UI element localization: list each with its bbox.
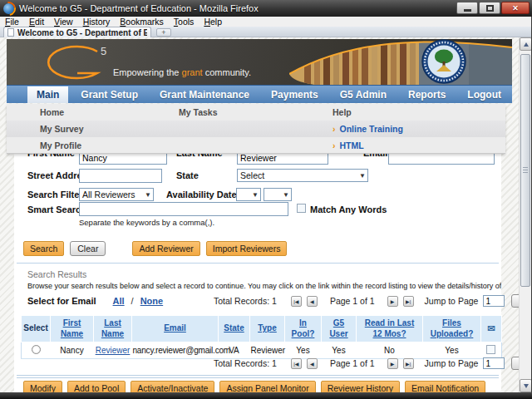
search-button[interactable]: Search [23,241,64,256]
menu-help[interactable]: Help [199,17,227,27]
menu-history[interactable]: History [78,17,116,27]
menu-item-my-tasks[interactable]: My Tasks [179,107,218,117]
jump-to-page-input[interactable] [483,357,505,369]
match-any-words-label: Match Any Words [310,204,387,214]
availability-month-select[interactable]: ▼ [236,188,261,201]
vertical-scrollbar[interactable] [519,37,531,392]
assign-panel-monitor-button[interactable]: Assign Panel Monitor [219,381,315,392]
link-arrow-icon: › [332,124,336,134]
nav-main[interactable]: Main [27,86,68,103]
new-tab-button[interactable]: + [156,28,171,37]
smart-search-input[interactable] [79,202,288,216]
svg-text:5: 5 [101,45,106,57]
minimize-button[interactable] [456,2,478,14]
scroll-down-button[interactable] [520,379,532,392]
col-read-12-mos[interactable]: Read in Last 12 Mos? [357,316,423,342]
availability-year-select[interactable]: ▼ [264,188,292,201]
nav-payments[interactable]: Payments [262,86,328,103]
col-state[interactable]: State [219,316,250,342]
reviewer-link[interactable]: Reviewer [96,346,131,355]
arrow-down-icon [524,384,529,388]
email-notification-button[interactable]: Email Notification [405,381,485,392]
search-filter-label: Search Filter [27,190,83,200]
page-indicator: Page 1 of 1 [330,358,375,368]
state-select[interactable]: Select▼ [237,169,368,182]
link-online-training[interactable]: Online Training [340,124,403,134]
first-page-button[interactable]: |◀ [291,358,302,369]
select-for-email-label: Select for Email [27,296,96,306]
previous-page-button[interactable]: ◀ [307,296,318,307]
chevron-down-icon: ▼ [283,191,289,199]
menu-item-my-profile[interactable]: My Profile [40,140,81,150]
col-type[interactable]: Type [250,316,285,342]
link-html[interactable]: HTML [340,140,364,150]
last-page-button[interactable]: ▶| [403,296,414,307]
menu-bookmarks[interactable]: Bookmarks [115,17,169,27]
search-filter-select[interactable]: All Reviewers▼ [79,188,154,201]
previous-page-button[interactable]: ◀ [307,358,318,369]
nav-grant-setup[interactable]: Grant Setup [71,86,147,103]
go-button[interactable]: Go [511,294,519,308]
col-last-name[interactable]: Last Name [94,316,132,342]
page-content: Home My Tasks Help My Survey ›Online Tra… [14,104,501,392]
select-all-link[interactable]: All [113,296,125,306]
window-controls [456,2,530,14]
col-g5-user[interactable]: G5 User [322,316,357,342]
select-none-link[interactable]: None [140,296,164,306]
reviewer-history-button[interactable]: Reviewer History [321,381,400,392]
first-page-button[interactable]: |◀ [291,296,302,307]
add-reviewer-button[interactable]: Add Reviewer [132,241,200,256]
nav-logout[interactable]: Logout [458,86,510,103]
modify-button[interactable]: Modify [23,381,62,392]
menu-tools[interactable]: Tools [169,17,200,27]
nav-g5-admin[interactable]: G5 Admin [331,86,396,103]
browser-menubar: File Edit View History Bookmarks Tools H… [0,17,532,27]
street-address-input[interactable] [79,169,162,183]
smart-search-hint: Separate the keywords by a comma(,). [79,218,214,227]
g5-logo: 5 [36,43,112,81]
add-to-pool-button[interactable]: Add to Pool [67,381,126,392]
col-files-uploaded[interactable]: Files Uploaded? [423,316,481,342]
row-select-radio[interactable] [32,345,41,354]
clear-button[interactable]: Clear [70,241,106,256]
cell-first-name: Nancy [51,342,94,359]
menu-item-home[interactable]: Home [40,107,64,117]
close-button[interactable] [501,2,530,14]
go-button[interactable]: Go [511,357,519,370]
firefox-icon [3,3,14,14]
section-divider [17,263,499,264]
maximize-button[interactable] [479,2,500,14]
col-in-pool[interactable]: In Pool? [285,316,322,342]
chevron-down-icon: ▼ [145,191,151,199]
import-reviewers-button[interactable]: Import Reviewers [206,241,288,256]
table-header-row: Select First Name Last Name Email State … [22,316,502,342]
nav-reports[interactable]: Reports [399,86,455,103]
activate-inactivate-button[interactable]: Activate/Inactivate [131,381,214,392]
col-first-name[interactable]: First Name [51,316,94,342]
total-records: Total Records: 1 [214,358,277,368]
pagination-bottom: Total Records: 1 |◀ ◀ Page 1 of 1 ▶ ▶| J… [214,357,519,370]
search-results-description: Browse your search results below and sel… [27,282,501,290]
page-icon [7,28,14,37]
last-page-button[interactable]: ▶| [403,358,414,369]
menu-item-my-survey[interactable]: My Survey [40,124,84,134]
jump-to-page-input[interactable] [483,295,505,307]
menu-row: My Profile ›HTML [7,137,505,154]
next-page-button[interactable]: ▶ [387,358,398,369]
match-any-words-checkbox[interactable] [297,204,306,213]
search-results-table: Select First Name Last Name Email State … [21,315,502,359]
menu-view[interactable]: View [49,17,78,27]
browser-tab[interactable]: Welcome to G5 - Department of Edu... [3,27,151,37]
menu-file[interactable]: File [0,17,24,27]
search-results-title: Search Results [27,269,86,279]
next-page-button[interactable]: ▶ [387,296,398,307]
jump-to-page-label: Jump to Page [425,358,479,368]
menu-edit[interactable]: Edit [24,17,49,27]
menu-row: My Survey ›Online Training [7,121,505,137]
scroll-up-button[interactable] [520,37,532,51]
col-email[interactable]: Email [132,316,219,342]
nav-grant-maintenance[interactable]: Grant Maintenance [150,86,259,103]
pagination-top: Total Records: 1 |◀ ◀ Page 1 of 1 ▶ ▶| J… [214,294,519,308]
scrollbar-thumb[interactable] [520,54,530,287]
row-email-checkbox[interactable] [486,345,495,354]
